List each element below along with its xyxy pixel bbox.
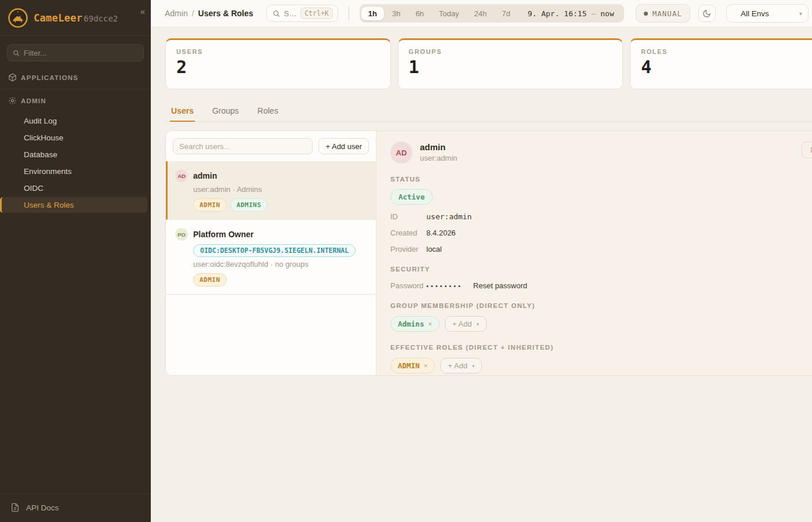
delete-user-button[interactable]: Delete (802, 142, 812, 158)
add-role-button[interactable]: + Add ▾ (440, 358, 482, 374)
sidebar-filter[interactable] (7, 44, 144, 61)
gear-icon (8, 96, 17, 105)
sidebar-filter-input[interactable] (24, 49, 138, 57)
tab-groups[interactable]: Groups (211, 102, 240, 121)
sidebar-item-environments[interactable]: Environments (0, 164, 147, 179)
package-icon (8, 73, 17, 82)
avatar: AD (390, 142, 412, 164)
user-name: Platform Owner (193, 230, 253, 239)
field-label: ID (390, 212, 426, 221)
sidebar-section-applications[interactable]: APPLICATIONS (0, 67, 151, 86)
role-badge: ADMIN (193, 273, 227, 287)
time-range-1h[interactable]: 1h (361, 7, 384, 20)
environment-select-value: All Envs (741, 9, 769, 18)
user-subtitle: user:admin · Admins (193, 185, 368, 194)
time-range-today[interactable]: Today (432, 7, 466, 20)
tab-users[interactable]: Users (170, 102, 195, 122)
stat-label: USERS (176, 48, 380, 55)
add-group-button[interactable]: + Add ▾ (445, 316, 487, 332)
time-range-segmented: 1h 3h 6h Today 24h 7d 9. Apr. 16:15 — no… (360, 4, 624, 23)
search-users-input[interactable] (173, 138, 313, 154)
role-chip-admin: ADMIN × (390, 358, 435, 374)
breadcrumb: Admin / Users & Roles (165, 9, 253, 18)
user-list-column: + Add user AD admin user:admin · Admins … (166, 131, 376, 375)
global-search-button[interactable]: S… Ctrl+K (266, 5, 338, 22)
user-detail-panel: AD admin user:admin Delete STATUS Active… (376, 131, 812, 375)
time-range-display[interactable]: 9. Apr. 16:15 — now (519, 9, 622, 18)
sidebar-section-label: APPLICATIONS (21, 74, 78, 81)
add-user-button[interactable]: + Add user (318, 138, 369, 154)
detail-user-name: admin (420, 142, 457, 152)
add-label: + Add (448, 361, 467, 370)
breadcrumb-current: Users & Roles (198, 9, 253, 18)
search-placeholder-text: S… (284, 9, 297, 18)
users-panel: + Add user AD admin user:admin · Admins … (165, 130, 812, 376)
sidebar-item-clickhouse[interactable]: ClickHouse (0, 130, 147, 146)
search-icon (273, 10, 280, 17)
sidebar-section-label: ADMIN (21, 97, 46, 104)
oidc-badge-row: OIDC:DESKTOP-FB5VGJ9.SIEGELN.INTERNAL (193, 244, 368, 257)
field-row-created: Created 8.4.2026 (390, 229, 812, 237)
stat-label: GROUPS (409, 48, 612, 55)
sidebar-api-docs[interactable]: API Docs (0, 494, 151, 522)
user-item-header: AD admin (175, 169, 368, 182)
detail-user-id: user:admin (420, 154, 457, 162)
group-membership-header: GROUP MEMBERSHIP (DIRECT ONLY) (390, 302, 812, 309)
stat-value: 1 (409, 57, 612, 77)
stat-card-groups: GROUPS 1 (398, 38, 624, 89)
sidebar-collapse-icon[interactable]: « (140, 7, 145, 16)
sidebar: CameLeer69dcce2 « APPLICATIONS ADMIN Aud… (0, 0, 151, 522)
breadcrumb-parent[interactable]: Admin (165, 9, 188, 18)
time-range-7d[interactable]: 7d (495, 7, 517, 20)
add-label: + Add (452, 320, 472, 328)
sidebar-item-users-roles[interactable]: Users & Roles (0, 197, 147, 213)
tabs-row: Users Groups Roles (165, 102, 812, 122)
refresh-mode-button[interactable]: MANUAL (636, 4, 690, 23)
environment-select[interactable]: All Envs ▾ (726, 4, 809, 23)
field-row-provider: Provider local (390, 245, 812, 253)
sidebar-item-database[interactable]: Database (0, 147, 147, 162)
field-value: user:admin (426, 212, 472, 221)
field-value: 8.4.2026 (426, 229, 456, 237)
field-value: local (426, 245, 442, 253)
remove-chip-icon[interactable]: × (424, 362, 428, 369)
time-range-3h[interactable]: 3h (385, 7, 407, 20)
user-item-header: PO Platform Owner (175, 228, 368, 241)
time-range-24h[interactable]: 24h (467, 7, 494, 20)
detail-identity: admin user:admin (420, 142, 457, 162)
remove-chip-icon[interactable]: × (428, 320, 432, 328)
content-area: USERS 2 GROUPS 1 ROLES 4 Users Groups Ro… (151, 27, 812, 522)
password-row: Password •••••••• Reset password (390, 281, 812, 290)
user-list-item-admin[interactable]: AD admin user:admin · Admins ADMIN ADMIN… (166, 161, 376, 220)
app-title: CameLeer69dcce2 (34, 12, 118, 24)
user-list-item-platform-owner[interactable]: PO Platform Owner OIDC:DESKTOP-FB5VGJ9.S… (166, 220, 376, 295)
avatar: AD (175, 169, 188, 182)
field-label: Created (390, 229, 426, 237)
sidebar-divider (0, 89, 151, 89)
api-docs-label: API Docs (26, 503, 59, 512)
tab-roles[interactable]: Roles (256, 102, 280, 121)
sidebar-section-admin[interactable]: ADMIN (0, 90, 151, 110)
reset-password-link[interactable]: Reset password (473, 281, 527, 290)
sidebar-item-oidc[interactable]: OIDC (0, 180, 147, 196)
chevron-down-icon: ▾ (799, 10, 802, 17)
time-dash: — (591, 9, 596, 18)
sidebar-item-audit-log[interactable]: Audit Log (0, 113, 147, 129)
sidebar-header: CameLeer69dcce2 « (0, 0, 151, 36)
security-section-header: SECURITY (390, 266, 812, 273)
topbar-divider (349, 6, 349, 20)
time-to: now (600, 9, 614, 18)
user-badges: ADMIN (193, 273, 368, 287)
sidebar-nav: Audit Log ClickHouse Database Environmen… (0, 110, 151, 214)
user-subtitle: user:oidc:8evzqofluhld · no groups (193, 260, 368, 269)
stat-value: 4 (641, 57, 812, 77)
user-list-toolbar: + Add user (166, 131, 376, 161)
search-shortcut-kbd: Ctrl+K (300, 8, 333, 19)
field-label: Provider (390, 245, 426, 253)
stats-row: USERS 2 GROUPS 1 ROLES 4 (165, 38, 812, 89)
theme-toggle-button[interactable] (698, 5, 716, 22)
refresh-status-dot (644, 12, 648, 16)
time-range-6h[interactable]: 6h (408, 7, 430, 20)
password-masked-value: •••••••• (426, 282, 463, 289)
time-from: 9. Apr. 16:15 (528, 9, 587, 18)
